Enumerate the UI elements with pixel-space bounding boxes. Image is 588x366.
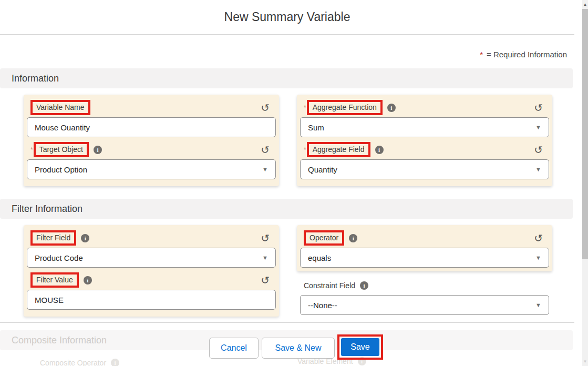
undo-icon[interactable]: ↺ [261, 233, 272, 243]
annotation-box-operator: Operator [304, 230, 344, 246]
label-row: Filter Value i ↺ [27, 270, 276, 290]
annotation-box-variable-name: Variable Name [30, 100, 90, 115]
section-title: Information [12, 73, 59, 84]
dropdown-caret-icon: ▼ [535, 167, 541, 172]
aggregate-function-select[interactable]: Sum ▼ [300, 117, 549, 137]
section-title: Filter Information [12, 204, 82, 215]
label-text: Composite Operator [40, 359, 106, 366]
dropdown-caret-icon: ▼ [262, 167, 268, 172]
info-icon[interactable]: i [375, 146, 384, 154]
undo-icon[interactable]: ↺ [261, 103, 272, 113]
filter-value-input[interactable] [27, 290, 276, 310]
field-target-object: * Target Object i ↺ Product Option ▼ [27, 140, 276, 179]
constraint-field-panel: Constraint Field i --None-- ▼ [297, 272, 552, 317]
selected-value: Product Code [35, 253, 83, 262]
scroll-up-arrow-icon[interactable]: ▲ [582, 0, 588, 9]
undo-icon[interactable]: ↺ [534, 233, 545, 243]
operator-panel: Operator i ↺ equals ▼ [297, 225, 552, 271]
annotation-box-filter-field: Filter Field [30, 230, 76, 246]
undo-icon[interactable]: ↺ [261, 145, 272, 155]
page-title: New Summary Variable [224, 10, 350, 24]
field-constraint-field: Constraint Field i --None-- ▼ [300, 276, 549, 315]
info-icon[interactable]: i [94, 146, 102, 154]
aggregate-field-select[interactable]: Quantity ▼ [300, 159, 549, 179]
info-icon: i [111, 359, 119, 366]
operator-select[interactable]: equals ▼ [300, 248, 549, 268]
selected-value: Sum [308, 123, 324, 132]
variable-name-label: Variable Name [36, 103, 85, 111]
target-object-label: Target Object [39, 145, 83, 154]
label-row: * Aggregate Function i ↺ [300, 98, 549, 117]
dropdown-caret-icon: ▼ [535, 255, 541, 261]
scroll-down-arrow-icon[interactable]: ▼ [582, 357, 588, 365]
variable-name-input[interactable] [27, 117, 276, 137]
undo-icon[interactable]: ↺ [534, 103, 545, 113]
footer-divider [0, 322, 574, 323]
info-icon[interactable]: i [81, 234, 89, 242]
vertical-scrollbar[interactable]: ▲ ▼ [582, 0, 588, 366]
section-title: Composite Information [12, 335, 107, 346]
undo-icon[interactable]: ↺ [534, 145, 545, 155]
required-star: * [304, 146, 306, 154]
composite-operator-label: Composite Operator i [40, 359, 119, 366]
info-icon[interactable]: i [387, 104, 396, 112]
label-row: Operator i ↺ [300, 228, 549, 248]
field-filter-field: Filter Field i ↺ Product Code ▼ [27, 228, 276, 268]
constraint-field-select[interactable]: --None-- ▼ [300, 295, 549, 315]
field-variable-name: Variable Name ↺ [27, 98, 276, 137]
annotation-box-target-object: Target Object [34, 142, 89, 157]
required-note-text: = Required Information [487, 50, 567, 59]
label-row: Variable Name ↺ [27, 98, 276, 117]
field-aggregate-function: * Aggregate Function i ↺ Sum ▼ [300, 98, 549, 137]
target-object-select[interactable]: Product Option ▼ [27, 159, 276, 179]
dropdown-caret-icon: ▼ [262, 255, 268, 261]
information-right-panel: * Aggregate Function i ↺ Sum ▼ * Aggrega… [297, 95, 552, 186]
annotation-box-filter-value: Filter Value [30, 272, 79, 288]
required-star: * [30, 146, 33, 154]
modal-header: New Summary Variable [0, 0, 574, 35]
filter-field-label: Filter Field [36, 233, 70, 242]
info-icon[interactable]: i [360, 281, 368, 290]
label-row: * Aggregate Field i ↺ [300, 140, 549, 159]
save-button[interactable]: Save [341, 338, 379, 356]
filter-left-panel: Filter Field i ↺ Product Code ▼ Filter V… [24, 225, 279, 317]
required-information-note: * = Required Information [480, 50, 567, 59]
aggregate-field-label: Aggregate Field [313, 145, 365, 154]
dropdown-caret-icon: ▼ [535, 125, 541, 130]
selected-value: Product Option [35, 165, 87, 174]
selected-value: equals [308, 253, 331, 262]
new-summary-variable-modal: New Summary Variable * = Required Inform… [0, 0, 588, 366]
operator-label: Operator [310, 233, 338, 242]
field-aggregate-field: * Aggregate Field i ↺ Quantity ▼ [300, 140, 549, 179]
field-operator: Operator i ↺ equals ▼ [300, 228, 549, 268]
filter-value-label: Filter Value [36, 276, 73, 284]
annotation-box-save-button: Save [337, 334, 383, 360]
annotation-box-aggregate-field: Aggregate Field [307, 142, 370, 157]
selected-value: Quantity [308, 165, 337, 174]
field-filter-value: Filter Value i ↺ [27, 270, 276, 310]
dropdown-caret-icon: ▼ [535, 302, 541, 308]
required-asterisk: * [480, 50, 483, 59]
label-row: Filter Field i ↺ [27, 228, 276, 248]
information-left-panel: Variable Name ↺ * Target Object i ↺ Prod… [24, 95, 279, 186]
annotation-box-aggregate-function: Aggregate Function [307, 100, 383, 115]
constraint-field-label: Constraint Field [304, 281, 355, 290]
selected-value: --None-- [308, 301, 337, 310]
save-and-new-button[interactable]: Save & New [262, 338, 335, 359]
section-header-filter-information: Filter Information [0, 199, 573, 219]
filter-field-select[interactable]: Product Code ▼ [27, 248, 276, 268]
aggregate-function-label: Aggregate Function [313, 103, 377, 111]
undo-icon[interactable]: ↺ [261, 275, 272, 286]
scrollbar-thumb[interactable] [582, 9, 588, 259]
required-star: * [304, 104, 306, 111]
info-icon[interactable]: i [349, 234, 357, 242]
label-row: Constraint Field i [300, 276, 549, 295]
label-row: * Target Object i ↺ [27, 140, 276, 159]
cancel-button[interactable]: Cancel [209, 338, 259, 359]
info-icon[interactable]: i [84, 276, 92, 284]
section-header-information: Information [0, 68, 573, 88]
